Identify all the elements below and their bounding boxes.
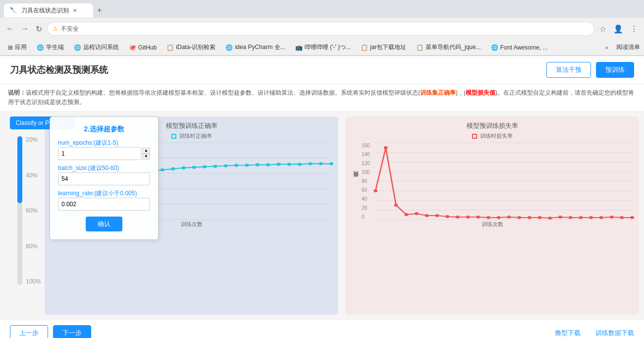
hyperparams-title: 2.选择超参数 — [58, 125, 150, 134]
address-bar[interactable]: ⚠ 不安全 — [47, 22, 594, 36]
nav-icons: ☆ 👤 ⋮ — [597, 22, 640, 36]
progress-bar — [17, 136, 22, 285]
svg-point-27 — [287, 163, 291, 166]
reading-list-btn[interactable]: 阅读清单 — [616, 43, 640, 52]
back-btn[interactable]: ← — [4, 22, 16, 35]
hyperparams-panel: 2.选择超参数 num_epochs:(建议1-5) ▲ ▼ batch_siz… — [50, 116, 159, 240]
svg-point-56 — [528, 216, 532, 219]
highlight-accuracy: 训练集正确率 — [420, 89, 456, 96]
highlight-loss: 模型损失值 — [466, 89, 495, 96]
svg-point-25 — [266, 164, 270, 167]
svg-point-28 — [298, 163, 302, 166]
svg-point-48 — [445, 215, 449, 218]
refresh-btn[interactable]: ↻ — [34, 22, 44, 36]
loss-svg — [376, 143, 632, 220]
browser-chrome: 🔪 刀具在线状态识别 × + ← → ↻ ⚠ 不安全 ☆ 👤 ⋮ ⊞ 应用 🌐 … — [0, 0, 644, 56]
confirm-btn[interactable]: 确认 — [86, 217, 122, 231]
svg-point-15 — [161, 169, 164, 171]
param1-up-btn[interactable]: ▲ — [142, 148, 150, 154]
fontawesome-icon: 🌐 — [491, 44, 498, 51]
progress-labels: 20% 40% 60% 80% 100% — [26, 136, 41, 285]
svg-point-47 — [435, 214, 439, 217]
tab-bar: 🔪 刀具在线状态识别 × + — [0, 0, 644, 18]
app-title: 刀具状态检测及预测系统 — [10, 64, 108, 76]
train-data-download-link[interactable]: 训练数据下载 — [595, 329, 634, 338]
bookmark-jar[interactable]: 📋 jar包下载地址 — [357, 42, 410, 53]
svg-point-55 — [517, 216, 521, 219]
param1-input[interactable] — [58, 147, 141, 160]
security-warning-icon: ⚠ — [53, 25, 58, 32]
svg-point-24 — [256, 164, 260, 167]
user-btn[interactable]: 👤 — [611, 22, 625, 36]
param2-label: batch_size:(建议50-60) — [58, 164, 150, 172]
bookmark-bilibili[interactable]: 📺 哔哩哔哩 ('-' )つ... — [291, 42, 355, 53]
forward-btn[interactable]: → — [19, 22, 31, 35]
loss-chart-title: 模型预训练损失率 — [352, 121, 632, 130]
bookmark-star-btn[interactable]: ☆ — [597, 22, 608, 36]
model-download-link[interactable]: 撸型下载 — [555, 329, 581, 338]
app-header: 刀具状态检测及预测系统 算法干预 预训练 — [0, 56, 644, 84]
bookmark-menu[interactable]: 📋 菜单导航代码_jque... — [412, 42, 484, 53]
prev-btn[interactable]: 上一步 — [10, 325, 48, 338]
svg-point-62 — [589, 216, 593, 219]
svg-point-52 — [486, 216, 490, 219]
bookmark-github-label: GitHub — [138, 44, 157, 51]
bookmark-student-label: 学生端 — [46, 43, 64, 52]
param1-label: num_epochs:(建议1-5) — [58, 139, 150, 147]
loss-chart-area: 损失值 160 140 120 100 80 60 40 20 0 — [352, 143, 632, 220]
svg-point-19 — [203, 166, 207, 169]
bookmark-remote[interactable]: 🌐 远程访问系统 — [70, 42, 123, 53]
param2-input[interactable] — [58, 172, 150, 185]
bookmark-bilibili-label: 哔哩哔哩 ('-' )つ... — [305, 43, 351, 52]
next-btn[interactable]: 下一步 — [53, 325, 91, 338]
pct-20: 20% — [26, 136, 41, 143]
svg-point-64 — [610, 216, 614, 219]
bookmark-github[interactable]: 🐙 GitHub — [125, 43, 161, 53]
pretrain-btn[interactable]: 预训练 — [596, 62, 634, 78]
param1-down-btn[interactable]: ▼ — [142, 154, 150, 160]
desc-text: 说明：该模式用于自定义模型的构建。您将根据指导依次搭建模型基本框架、设计模型超参… — [8, 89, 634, 106]
loss-legend: 训练时损失率 — [352, 132, 632, 140]
bookmark-fontawesome[interactable]: 🌐 Font Awesome, ... — [487, 43, 552, 53]
bookmarks-more-btn[interactable]: » — [601, 43, 612, 53]
active-tab[interactable]: 🔪 刀具在线状态识别 × — [4, 3, 93, 17]
svg-point-43 — [394, 204, 398, 207]
loss-legend-box — [472, 134, 477, 139]
svg-point-30 — [319, 163, 323, 166]
svg-point-50 — [466, 216, 470, 219]
svg-point-17 — [182, 167, 186, 169]
param3-label: learning_rate:(建议小于0.005) — [58, 189, 150, 198]
pct-80: 80% — [26, 243, 41, 250]
github-icon: 🐙 — [129, 44, 136, 51]
svg-point-44 — [404, 213, 408, 216]
svg-point-57 — [538, 216, 542, 219]
svg-point-31 — [329, 163, 333, 166]
svg-point-42 — [384, 146, 388, 149]
accuracy-legend-box — [171, 134, 176, 139]
svg-point-60 — [569, 216, 573, 219]
svg-point-49 — [456, 216, 460, 219]
bookmark-idata-label: iData-识别检索 — [176, 43, 215, 52]
bookmark-fontawesome-label: Font Awesome, ... — [500, 44, 548, 51]
loss-legend-label: 训练时损失率 — [480, 132, 513, 140]
footer-links: 撸型下载 训练数据下载 — [555, 329, 634, 338]
address-security-text: 不安全 — [61, 25, 323, 33]
svg-point-41 — [374, 189, 377, 192]
more-btn[interactable]: ⋮ — [628, 22, 640, 36]
nav-bar: ← → ↻ ⚠ 不安全 ☆ 👤 ⋮ — [0, 18, 644, 40]
bookmark-student[interactable]: 🌐 学生端 — [33, 42, 68, 53]
svg-point-22 — [234, 164, 238, 167]
tab-close-btn[interactable]: × — [73, 6, 77, 14]
bookmark-apps-label: 应用 — [15, 43, 27, 52]
pct-40: 40% — [26, 172, 41, 179]
bookmark-pycharm[interactable]: 🌐 idea PyCharm 全... — [221, 42, 289, 53]
pct-100: 100% — [26, 278, 41, 285]
bookmarks-bar: ⊞ 应用 🌐 学生端 🌐 远程访问系统 🐙 GitHub 📋 iData-识别检… — [0, 40, 644, 56]
bookmark-apps[interactable]: ⊞ 应用 — [4, 42, 31, 53]
new-tab-btn[interactable]: + — [93, 4, 106, 17]
bookmark-idata[interactable]: 📋 iData-识别检索 — [162, 42, 219, 53]
tab-title: 刀具在线状态识别 — [21, 6, 69, 15]
param3-input[interactable] — [58, 198, 150, 211]
loss-x-label: 训练次数 — [352, 221, 632, 228]
algo-intervention-btn[interactable]: 算法干预 — [546, 62, 591, 78]
